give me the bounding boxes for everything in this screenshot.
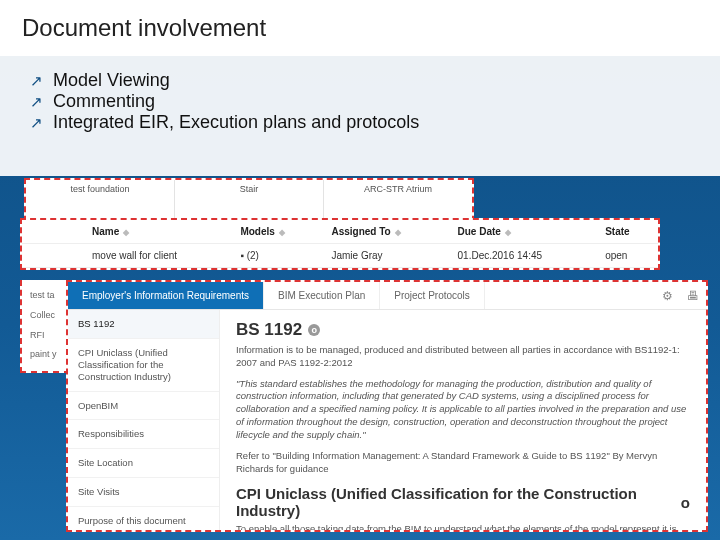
bullet-item: ↗ Model Viewing [30, 70, 690, 91]
paragraph: Refer to "Building Information Managemen… [236, 450, 690, 476]
info-icon[interactable]: o [308, 324, 320, 336]
paragraph: To enable all those taking data from the… [236, 523, 690, 530]
section-heading: CPI Uniclass (Unified Classification for… [236, 485, 690, 519]
comments-side-list: test ta Collec RFI paint y [20, 280, 70, 373]
list-item[interactable]: test ta [30, 286, 60, 306]
cell-due: 01.Dec.2016 14:45 [448, 244, 596, 268]
col-due[interactable]: Due Date◆ [448, 220, 596, 244]
table-row[interactable]: move wall for client ▪ (2) Jamie Gray 01… [22, 244, 658, 268]
tab-bep[interactable]: BIM Execution Plan [264, 282, 380, 309]
bullet-text: Commenting [53, 91, 155, 112]
sidebar-item[interactable]: OpenBIM [68, 392, 219, 421]
eir-sidebar: BS 1192 CPI Uniclass (Unified Classifica… [68, 310, 220, 530]
info-icon[interactable]: o [681, 494, 690, 511]
print-icon[interactable]: 🖶 [680, 282, 706, 309]
paragraph: "This standard establishes the methodolo… [236, 378, 690, 442]
arrow-up-right-icon: ↗ [30, 72, 43, 90]
eir-content: BS 1192o Information is to be managed, p… [220, 310, 706, 530]
layers-icon: ▪ [240, 250, 244, 261]
list-item[interactable]: Collec [30, 306, 60, 326]
cell-models: ▪ (2) [230, 244, 321, 268]
cell-assigned: Jamie Gray [321, 244, 447, 268]
cell-state: open [595, 244, 658, 268]
comments-panel: Name◆ Models◆ Assigned To◆ Due Date◆ Sta… [20, 218, 660, 270]
bullet-text: Model Viewing [53, 70, 170, 91]
settings-icon[interactable]: ⚙ [654, 282, 680, 309]
sidebar-item[interactable]: Site Location [68, 449, 219, 478]
col-assigned[interactable]: Assigned To◆ [321, 220, 447, 244]
eir-panel: Employer's Information Requirements BIM … [66, 280, 708, 532]
tab-protocols[interactable]: Project Protocols [380, 282, 485, 309]
arrow-up-right-icon: ↗ [30, 114, 43, 132]
bullet-text: Integrated EIR, Execution plans and prot… [53, 112, 419, 133]
bullet-item: ↗ Integrated EIR, Execution plans and pr… [30, 112, 690, 133]
col-name[interactable]: Name◆ [82, 220, 230, 244]
col-models[interactable]: Models◆ [230, 220, 321, 244]
arrow-up-right-icon: ↗ [30, 93, 43, 111]
paragraph: Information is to be managed, produced a… [236, 344, 690, 370]
list-item[interactable]: paint y [30, 345, 60, 365]
title-bar: Document involvement [0, 0, 720, 56]
sidebar-item[interactable]: Purpose of this document [68, 507, 219, 530]
table-header-row: Name◆ Models◆ Assigned To◆ Due Date◆ Sta… [22, 220, 658, 244]
sidebar-item[interactable]: Responsibilities [68, 420, 219, 449]
bullet-list: ↗ Model Viewing ↗ Commenting ↗ Integrate… [0, 56, 720, 176]
sidebar-item[interactable]: Site Visits [68, 478, 219, 507]
cell-name: move wall for client [82, 244, 230, 268]
tab-eir[interactable]: Employer's Information Requirements [68, 282, 264, 309]
sort-icon: ◆ [505, 228, 511, 237]
list-item[interactable]: RFI [30, 326, 60, 346]
comments-table: Name◆ Models◆ Assigned To◆ Due Date◆ Sta… [22, 220, 658, 268]
section-heading: BS 1192o [236, 320, 690, 340]
sort-icon: ◆ [279, 228, 285, 237]
slide-title: Document involvement [22, 14, 266, 42]
eir-tabs: Employer's Information Requirements BIM … [68, 282, 706, 310]
col-state[interactable]: State [595, 220, 658, 244]
sidebar-item[interactable]: BS 1192 [68, 310, 219, 339]
sort-icon: ◆ [123, 228, 129, 237]
bullet-item: ↗ Commenting [30, 91, 690, 112]
sort-icon: ◆ [395, 228, 401, 237]
sidebar-item[interactable]: CPI Uniclass (Unified Classification for… [68, 339, 219, 392]
